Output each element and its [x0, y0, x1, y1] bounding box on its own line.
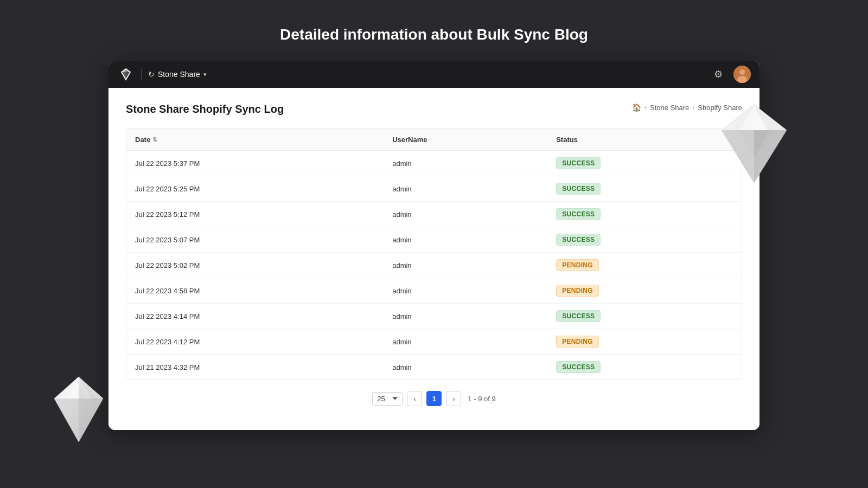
page-info: 1 - 9 of 9 — [468, 395, 495, 403]
breadcrumb-sep-2: › — [692, 104, 694, 111]
prev-page-button[interactable]: ‹ — [407, 391, 422, 406]
table-row: Jul 22 2023 5:07 PMadminSUCCESS — [126, 227, 742, 253]
cell-status: SUCCESS — [547, 355, 742, 380]
svg-point-24 — [739, 69, 745, 75]
cell-date: Jul 22 2023 5:12 PM — [126, 202, 384, 227]
cell-status: SUCCESS — [547, 304, 742, 329]
content-header: Stone Share Shopify Sync Log 🏠 › Stone S… — [126, 103, 742, 115]
cell-status: PENDING — [547, 278, 742, 304]
diamond-decoration-left — [43, 374, 114, 445]
cell-username: admin — [384, 355, 547, 380]
status-badge: SUCCESS — [556, 157, 601, 169]
cell-status: PENDING — [547, 329, 742, 355]
table-row: Jul 22 2023 5:25 PMadminSUCCESS — [126, 176, 742, 202]
cell-username: admin — [384, 151, 547, 176]
cell-date: Jul 22 2023 5:25 PM — [126, 176, 384, 202]
col-date[interactable]: Date ⇅ — [126, 129, 384, 151]
cell-date: Jul 22 2023 5:37 PM — [126, 151, 384, 176]
top-nav: ↻ Stone Share ▾ ⚙ — [108, 61, 760, 88]
sort-icon: ⇅ — [152, 136, 157, 143]
status-badge: PENDING — [556, 259, 599, 271]
pagination-area: 25 50 100 ‹ 1 › 1 - 9 of 9 — [126, 380, 742, 415]
breadcrumb-home-icon[interactable]: 🏠 — [632, 103, 641, 112]
page-1-button[interactable]: 1 — [426, 391, 442, 406]
cell-date: Jul 22 2023 4:14 PM — [126, 304, 384, 329]
content-title: Stone Share Shopify Sync Log — [126, 103, 284, 115]
sync-log-table: Date ⇅ UserName Status Jul 22 2023 5:37 … — [126, 129, 742, 380]
avatar[interactable] — [733, 66, 751, 83]
status-badge: PENDING — [556, 285, 599, 297]
cell-username: admin — [384, 227, 547, 253]
chevron-down-icon: ▾ — [203, 71, 207, 78]
table-row: Jul 22 2023 4:58 PMadminPENDING — [126, 278, 742, 304]
status-badge: SUCCESS — [556, 183, 601, 195]
cell-username: admin — [384, 202, 547, 227]
cell-username: admin — [384, 253, 547, 278]
svg-marker-20 — [122, 69, 126, 72]
next-page-button[interactable]: › — [446, 391, 461, 406]
store-name: Stone Share — [158, 70, 200, 79]
table-row: Jul 22 2023 4:14 PMadminSUCCESS — [126, 304, 742, 329]
cell-username: admin — [384, 278, 547, 304]
status-badge: SUCCESS — [556, 361, 601, 373]
cell-date: Jul 22 2023 5:07 PM — [126, 227, 384, 253]
svg-marker-4 — [54, 399, 79, 442]
cell-status: SUCCESS — [547, 202, 742, 227]
diamond-decoration-right — [711, 100, 797, 187]
settings-icon[interactable]: ⚙ — [710, 66, 727, 83]
cell-date: Jul 21 2023 4:32 PM — [126, 355, 384, 380]
status-badge: PENDING — [556, 336, 599, 348]
cell-date: Jul 22 2023 4:12 PM — [126, 329, 384, 355]
cell-date: Jul 22 2023 4:58 PM — [126, 278, 384, 304]
table-row: Jul 22 2023 5:37 PMadminSUCCESS — [126, 151, 742, 176]
table-row: Jul 22 2023 4:12 PMadminPENDING — [126, 329, 742, 355]
content-area: Stone Share Shopify Sync Log 🏠 › Stone S… — [108, 88, 760, 430]
svg-marker-7 — [79, 377, 103, 399]
cell-username: admin — [384, 329, 547, 355]
app-logo-icon — [117, 66, 135, 83]
cell-date: Jul 22 2023 5:02 PM — [126, 253, 384, 278]
per-page-select[interactable]: 25 50 100 — [372, 392, 403, 406]
table-header: Date ⇅ UserName Status — [126, 129, 742, 151]
cell-status: SUCCESS — [547, 227, 742, 253]
table-row: Jul 21 2023 4:32 PMadminSUCCESS — [126, 355, 742, 380]
svg-marker-3 — [79, 399, 103, 442]
col-username: UserName — [384, 129, 547, 151]
breadcrumb-sep-1: › — [644, 104, 647, 111]
sync-icon: ↻ — [148, 70, 155, 79]
page-title: Detailed information about Bulk Sync Blo… — [0, 0, 868, 61]
table-row: Jul 22 2023 5:02 PMadminPENDING — [126, 253, 742, 278]
table-row: Jul 22 2023 5:12 PMadminSUCCESS — [126, 202, 742, 227]
status-badge: SUCCESS — [556, 234, 601, 246]
cell-username: admin — [384, 304, 547, 329]
app-window: ↻ Stone Share ▾ ⚙ Stone Share Shopify Sy… — [108, 61, 760, 430]
breadcrumb-stone-share[interactable]: Stone Share — [650, 104, 689, 112]
cell-status: PENDING — [547, 253, 742, 278]
status-badge: SUCCESS — [556, 208, 601, 220]
table-body: Jul 22 2023 5:37 PMadminSUCCESSJul 22 20… — [126, 151, 742, 380]
date-col-label: Date — [135, 136, 150, 144]
cell-username: admin — [384, 176, 547, 202]
status-badge: SUCCESS — [556, 310, 601, 322]
svg-marker-19 — [126, 69, 130, 72]
store-selector[interactable]: ↻ Stone Share ▾ — [148, 70, 207, 79]
sync-log-table-container: Date ⇅ UserName Status Jul 22 2023 5:37 … — [126, 129, 742, 380]
nav-divider — [141, 68, 142, 81]
